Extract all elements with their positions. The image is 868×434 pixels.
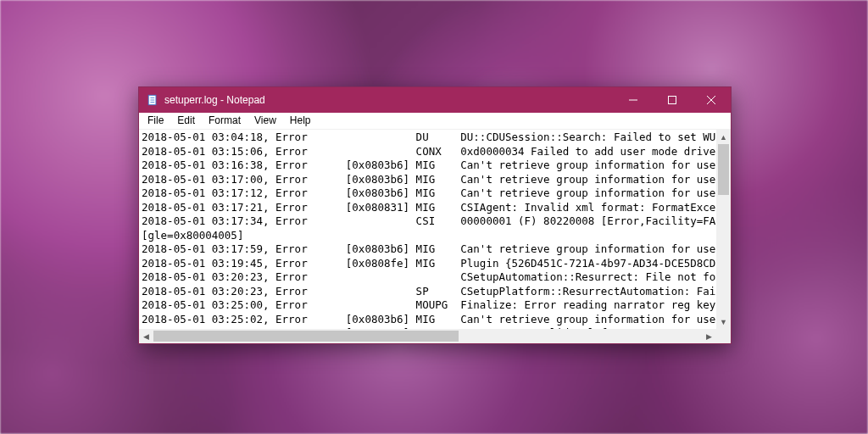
scroll-down-arrow-icon[interactable]: ▼ bbox=[716, 314, 731, 329]
horizontal-scrollbar[interactable]: ◀ ▶ bbox=[139, 329, 716, 343]
horizontal-scroll-track[interactable] bbox=[153, 329, 702, 343]
menu-help[interactable]: Help bbox=[283, 114, 318, 128]
menu-format[interactable]: Format bbox=[202, 114, 248, 128]
close-button[interactable] bbox=[692, 87, 731, 113]
notepad-window: setuperr.log - Notepad File Edit Format … bbox=[138, 86, 732, 344]
horizontal-scroll-thumb[interactable] bbox=[153, 331, 459, 342]
vertical-scrollbar[interactable]: ▲ ▼ bbox=[716, 130, 731, 329]
menu-view[interactable]: View bbox=[248, 114, 283, 128]
text-area[interactable]: 2018-05-01 03:04:18, Error DU DU::CDUSes… bbox=[139, 130, 731, 329]
minimize-button[interactable] bbox=[614, 87, 653, 113]
menu-file[interactable]: File bbox=[141, 114, 170, 128]
menubar: File Edit Format View Help bbox=[139, 113, 731, 130]
vertical-scroll-track[interactable] bbox=[716, 144, 731, 314]
menu-edit[interactable]: Edit bbox=[170, 114, 202, 128]
scroll-right-arrow-icon[interactable]: ▶ bbox=[702, 329, 716, 343]
svg-rect-5 bbox=[669, 97, 676, 104]
scroll-left-arrow-icon[interactable]: ◀ bbox=[139, 329, 153, 343]
window-title: setuperr.log - Notepad bbox=[164, 94, 265, 106]
scroll-corner bbox=[716, 329, 731, 343]
maximize-button[interactable] bbox=[653, 87, 692, 113]
vertical-scroll-thumb[interactable] bbox=[718, 144, 729, 195]
scroll-up-arrow-icon[interactable]: ▲ bbox=[716, 130, 731, 144]
titlebar[interactable]: setuperr.log - Notepad bbox=[139, 87, 731, 113]
notepad-app-icon bbox=[146, 93, 159, 107]
